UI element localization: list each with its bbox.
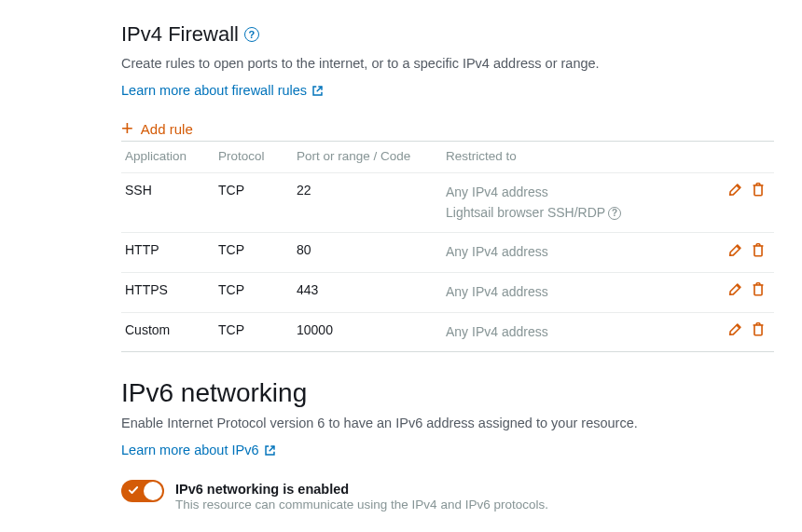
col-header-application: Application xyxy=(121,142,214,173)
edit-rule-button[interactable] xyxy=(727,280,744,297)
ipv6-toggle-label: IPv6 networking is enabled xyxy=(175,482,548,497)
ipv4-description: Create rules to open ports to the intern… xyxy=(121,54,774,74)
rule-port: 10000 xyxy=(293,312,442,352)
ipv4-firewall-title: IPv4 Firewall ? xyxy=(121,22,774,47)
check-icon xyxy=(128,484,139,498)
col-header-port: Port or range / Code xyxy=(293,142,442,173)
external-link-icon xyxy=(311,85,324,97)
edit-rule-button[interactable] xyxy=(727,321,744,337)
rule-port: 80 xyxy=(293,233,442,273)
rule-application: SSH xyxy=(121,173,214,233)
rule-protocol: TCP xyxy=(214,312,293,352)
table-row: SSHTCP22Any IPv4 addressLightsail browse… xyxy=(121,173,774,233)
rule-restricted: Any IPv4 address xyxy=(442,273,709,313)
firewall-rules-body: SSHTCP22Any IPv4 addressLightsail browse… xyxy=(121,173,774,352)
rule-protocol: TCP xyxy=(214,233,293,273)
rule-application: HTTPS xyxy=(121,273,214,313)
table-row: CustomTCP10000Any IPv4 address xyxy=(121,312,774,352)
restricted-to-value: Any IPv4 address xyxy=(446,322,701,343)
ipv4-title-text: IPv4 Firewall xyxy=(121,22,239,47)
learn-more-firewall-text: Learn more about firewall rules xyxy=(121,83,307,98)
firewall-rules-table: Application Protocol Port or range / Cod… xyxy=(121,141,774,352)
delete-rule-button[interactable] xyxy=(750,241,767,258)
restricted-to-value: Any IPv4 address xyxy=(446,242,701,263)
add-rule-button[interactable]: + Add rule xyxy=(121,120,774,137)
edit-rule-button[interactable] xyxy=(727,181,744,198)
learn-more-firewall-link[interactable]: Learn more about firewall rules xyxy=(121,83,324,98)
table-row: HTTPTCP80Any IPv4 address xyxy=(121,233,774,273)
restricted-to-value: Any IPv4 address xyxy=(446,183,701,203)
help-icon[interactable]: ? xyxy=(608,207,621,220)
col-header-restricted: Restricted to xyxy=(442,142,709,173)
ipv6-networking-title: IPv6 networking xyxy=(121,378,774,408)
toggle-knob xyxy=(144,482,162,500)
ipv6-description: Enable Internet Protocol version 6 to ha… xyxy=(121,414,774,433)
help-icon[interactable]: ? xyxy=(244,27,259,42)
learn-more-ipv6-text: Learn more about IPv6 xyxy=(121,443,259,457)
ipv6-toggle[interactable] xyxy=(121,480,164,502)
rule-application: HTTP xyxy=(121,233,214,273)
delete-rule-button[interactable] xyxy=(750,321,767,337)
learn-more-ipv6-link[interactable]: Learn more about IPv6 xyxy=(121,443,276,457)
delete-rule-button[interactable] xyxy=(750,181,767,198)
rule-port: 443 xyxy=(293,273,442,313)
restricted-to-extra: Lightsail browser SSH/RDP? xyxy=(446,203,701,224)
external-link-icon xyxy=(264,444,276,457)
add-rule-label: Add rule xyxy=(141,121,193,137)
table-row: HTTPSTCP443Any IPv4 address xyxy=(121,273,774,313)
rule-restricted: Any IPv4 addressLightsail browser SSH/RD… xyxy=(442,173,709,233)
ipv6-toggle-sub: This resource can communicate using the … xyxy=(175,498,548,512)
plus-icon: + xyxy=(121,120,133,137)
rule-protocol: TCP xyxy=(214,173,293,233)
rule-restricted: Any IPv4 address xyxy=(442,312,709,352)
edit-rule-button[interactable] xyxy=(727,241,744,258)
rule-port: 22 xyxy=(293,173,442,233)
rule-protocol: TCP xyxy=(214,273,293,313)
rule-application: Custom xyxy=(121,312,214,352)
rule-restricted: Any IPv4 address xyxy=(442,233,709,273)
col-header-protocol: Protocol xyxy=(214,142,293,173)
delete-rule-button[interactable] xyxy=(750,280,767,297)
restricted-to-value: Any IPv4 address xyxy=(446,282,701,303)
